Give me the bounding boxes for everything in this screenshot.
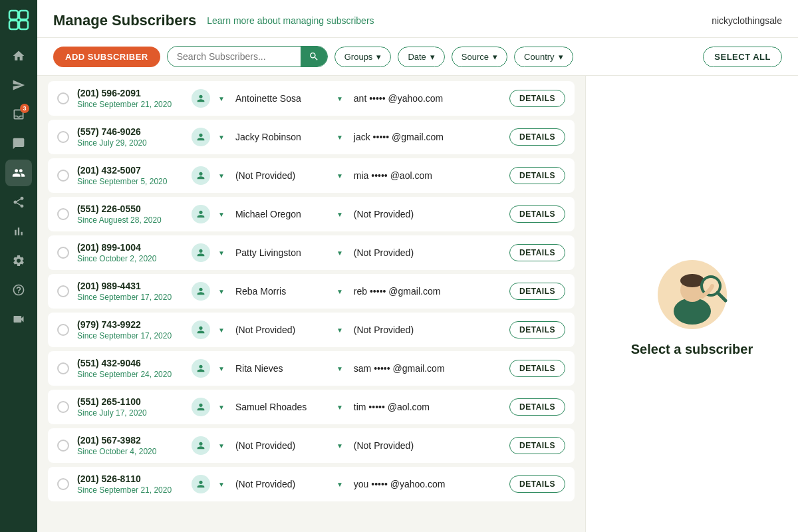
sidebar-item-subscribers[interactable] xyxy=(5,160,32,186)
row-checkbox[interactable] xyxy=(57,92,69,104)
groups-filter-button[interactable]: Groups ▾ xyxy=(334,47,392,67)
select-all-button[interactable]: SELECT ALL xyxy=(703,47,782,67)
details-button[interactable]: DETAILS xyxy=(509,437,565,454)
date-filter-button[interactable]: Date ▾ xyxy=(398,47,444,67)
phone-block: (201) 432-5007 Since September 5, 2020 xyxy=(77,165,184,186)
toolbar: ADD SUBSCRIBER Groups ▾ Date ▾ Source ▾ … xyxy=(37,38,798,76)
subscriber-name: Samuel Rhoades xyxy=(235,402,329,412)
subscriber-email: (Not Provided) xyxy=(354,209,501,219)
details-button[interactable]: DETAILS xyxy=(509,244,565,261)
phone-block: (557) 746-9026 Since July 29, 2020 xyxy=(77,126,184,148)
row-email-caret-icon[interactable]: ▼ xyxy=(336,404,343,411)
row-checkbox[interactable] xyxy=(57,247,69,259)
sidebar-item-analytics[interactable] xyxy=(5,218,32,245)
row-caret-icon[interactable]: ▼ xyxy=(218,134,225,141)
subscriber-email: jack ••••• @gmail.com xyxy=(354,132,501,142)
subscriber-name: Jacky Robinson xyxy=(235,132,329,142)
sidebar-item-share[interactable] xyxy=(5,189,32,215)
row-email-caret-icon[interactable]: ▼ xyxy=(336,134,343,141)
table-row: (557) 746-9026 Since July 29, 2020 ▼ Jac… xyxy=(48,120,575,154)
search-button[interactable] xyxy=(301,47,327,66)
row-caret-icon[interactable]: ▼ xyxy=(218,404,225,411)
svg-rect-3 xyxy=(19,21,28,29)
row-email-caret-icon[interactable]: ▼ xyxy=(336,442,343,450)
page-title: Manage Subscribers xyxy=(53,12,196,29)
subscriber-email: sam ••••• @gmail.com xyxy=(354,363,501,374)
row-checkbox[interactable] xyxy=(57,285,69,297)
row-checkbox[interactable] xyxy=(57,401,69,413)
row-email-caret-icon[interactable]: ▼ xyxy=(336,172,343,180)
sidebar-item-help[interactable] xyxy=(5,277,32,303)
row-email-caret-icon[interactable]: ▼ xyxy=(336,481,343,488)
details-button[interactable]: DETAILS xyxy=(509,167,565,184)
search-input[interactable] xyxy=(168,47,301,66)
row-email-caret-icon[interactable]: ▼ xyxy=(336,288,343,295)
row-caret-icon[interactable]: ▼ xyxy=(218,442,225,450)
details-button[interactable]: DETAILS xyxy=(509,90,565,107)
row-caret-icon[interactable]: ▼ xyxy=(218,288,225,295)
phone-number: (201) 526-8110 xyxy=(77,473,184,484)
row-caret-icon[interactable]: ▼ xyxy=(218,249,225,257)
row-checkbox[interactable] xyxy=(57,131,69,143)
phone-number: (201) 989-4431 xyxy=(77,281,184,291)
since-date: Since September 21, 2020 xyxy=(77,100,184,109)
sidebar-item-inbox[interactable]: 3 xyxy=(5,101,32,128)
table-row: (201) 596-2091 Since September 21, 2020 … xyxy=(48,81,575,116)
header-left: Manage Subscribers Learn more about mana… xyxy=(53,12,374,29)
row-caret-icon[interactable]: ▼ xyxy=(218,95,225,102)
row-email-caret-icon[interactable]: ▼ xyxy=(336,365,343,372)
row-checkbox[interactable] xyxy=(57,440,69,452)
details-button[interactable]: DETAILS xyxy=(509,321,565,338)
add-subscriber-button[interactable]: ADD SUBSCRIBER xyxy=(53,47,160,67)
details-button[interactable]: DETAILS xyxy=(509,360,565,377)
table-row: (201) 989-4431 Since September 17, 2020 … xyxy=(48,274,575,309)
row-caret-icon[interactable]: ▼ xyxy=(218,172,225,180)
subscriber-name: (Not Provided) xyxy=(235,440,329,451)
details-button[interactable]: DETAILS xyxy=(509,475,565,493)
row-caret-icon[interactable]: ▼ xyxy=(218,481,225,488)
row-checkbox[interactable] xyxy=(57,362,69,374)
phone-number: (201) 899-1004 xyxy=(77,242,184,253)
top-header: Manage Subscribers Learn more about mana… xyxy=(37,0,798,38)
subscriber-name: Michael Oregon xyxy=(235,209,329,219)
row-caret-icon[interactable]: ▼ xyxy=(218,327,225,334)
phone-block: (551) 432-9046 Since September 24, 2020 xyxy=(77,358,184,379)
sidebar-item-messages[interactable] xyxy=(5,72,32,98)
row-checkbox[interactable] xyxy=(57,478,69,490)
table-row: (201) 899-1004 Since October 2, 2020 ▼ P… xyxy=(48,235,575,270)
learn-more-link[interactable]: Learn more about managing subscribers xyxy=(207,15,374,26)
main-content: Manage Subscribers Learn more about mana… xyxy=(37,0,798,532)
subscriber-name: (Not Provided) xyxy=(235,325,329,335)
details-button[interactable]: DETAILS xyxy=(509,205,565,223)
right-panel: Select a subscriber xyxy=(585,76,798,532)
row-checkbox[interactable] xyxy=(57,324,69,336)
sidebar-item-settings[interactable] xyxy=(5,247,32,274)
avatar xyxy=(192,166,210,185)
details-button[interactable]: DETAILS xyxy=(509,128,565,146)
user-name: nickyclothingsale xyxy=(712,15,782,26)
row-email-caret-icon[interactable]: ▼ xyxy=(336,211,343,218)
row-checkbox[interactable] xyxy=(57,208,69,220)
phone-number: (201) 567-3982 xyxy=(77,435,184,446)
since-date: Since July 29, 2020 xyxy=(77,138,184,148)
row-email-caret-icon[interactable]: ▼ xyxy=(336,327,343,334)
phone-block: (979) 743-9922 Since September 17, 2020 xyxy=(77,319,184,340)
subscriber-email: ant ••••• @yahoo.com xyxy=(354,93,501,104)
sidebar-item-media[interactable] xyxy=(5,306,32,332)
inbox-badge: 3 xyxy=(20,104,29,113)
sidebar-item-chat[interactable] xyxy=(5,130,32,157)
avatar xyxy=(192,475,210,493)
row-checkbox[interactable] xyxy=(57,170,69,182)
sidebar-item-home[interactable] xyxy=(5,43,32,69)
row-email-caret-icon[interactable]: ▼ xyxy=(336,95,343,102)
phone-number: (551) 432-9046 xyxy=(77,358,184,368)
row-caret-icon[interactable]: ▼ xyxy=(218,211,225,218)
source-filter-button[interactable]: Source ▾ xyxy=(452,47,507,67)
country-filter-button[interactable]: Country ▾ xyxy=(514,47,573,67)
row-email-caret-icon[interactable]: ▼ xyxy=(336,249,343,257)
since-date: Since September 17, 2020 xyxy=(77,331,184,340)
details-button[interactable]: DETAILS xyxy=(509,398,565,416)
row-caret-icon[interactable]: ▼ xyxy=(218,365,225,372)
details-button[interactable]: DETAILS xyxy=(509,283,565,300)
phone-number: (551) 265-1100 xyxy=(77,396,184,407)
